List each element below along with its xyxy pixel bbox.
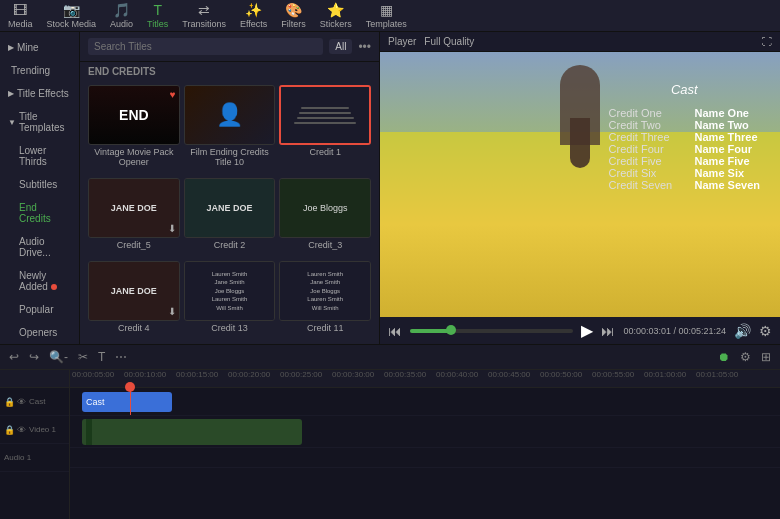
thumb-multi-text: Lauren SmithJane SmithJoe BloggsLauren S… [307,270,343,312]
sidebar-item-end-credits[interactable]: End Credits [0,196,79,230]
track-icons-video: 🔒 👁 [4,425,26,435]
panel-more-button[interactable]: ••• [358,40,371,54]
sidebar-item-lower-thirds[interactable]: Lower Thirds [0,139,79,173]
topbar-item-stock[interactable]: 📷Stock Media [47,2,97,29]
topbar-item-templates[interactable]: ▦Templates [366,2,407,29]
sidebar-item-openers[interactable]: Openers [0,321,79,344]
section-label: END CREDITS [80,62,379,81]
sidebar-item-newly-added[interactable]: Newly Added [0,264,79,298]
ruler-spacer [0,370,69,388]
template-dl-t7[interactable]: ⬇ [168,306,176,317]
topbar-item-media[interactable]: 🎞Media [8,2,33,29]
track-video [70,416,780,448]
template-card-t2[interactable]: 👤 Film Ending Credits Title 10 [184,85,276,174]
video-clip[interactable] [82,419,302,445]
topbar-item-titles[interactable]: TTitles [147,2,168,29]
credit-name: Name Two [695,119,749,131]
topbar-item-effects[interactable]: ✨Effects [240,2,267,29]
volume-button[interactable]: 🔊 [734,323,751,339]
thumb-multi-text: Lauren SmithJane SmithJoe BloggsLauren S… [212,270,248,312]
credit-row-credit-four: Credit Four Name Four [609,143,760,155]
video-lock-icon[interactable]: 🔒 [4,425,15,435]
sidebar-item-trending[interactable]: Trending [0,59,79,82]
sidebar-label-subtitles: Subtitles [19,179,57,190]
topbar-item-audio[interactable]: 🎵Audio [110,2,133,29]
topbar-item-stickers[interactable]: ⭐Stickers [320,2,352,29]
credit-name: Name Three [695,131,758,143]
template-card-t6[interactable]: Joe Bloggs Credit_3 [279,178,371,257]
progress-thumb [446,325,456,335]
preview-controls: ⏮ ▶ ⏭ 00:00:03:01 / 00:05:21:24 🔊 ⚙ [380,317,780,344]
tl-settings-button[interactable]: ⚙ [737,348,754,366]
template-card-t1[interactable]: END ♥ Vintage Movie Pack Opener [88,85,180,174]
sidebar-item-audio-drive[interactable]: Audio Drive... [0,230,79,264]
tl-trim-button[interactable]: T [95,348,108,366]
timeline-content: 🔒 👁 Cast 🔒 👁 Video 1 Audio 1 [0,370,780,519]
skip-forward-button[interactable]: ⏭ [601,323,615,339]
credit-label: Credit Five [609,155,679,167]
sidebar-item-mine[interactable]: ▶Mine [0,36,79,59]
template-card-t4[interactable]: JANE DOE ⬇ Credit_5 [88,178,180,257]
template-name-t9: Credit 11 [279,323,371,333]
settings-button[interactable]: ⚙ [759,323,772,339]
playhead[interactable] [130,388,131,415]
eye-icon[interactable]: 👁 [17,397,26,407]
template-name-t5: Credit 2 [184,240,276,250]
track-icons: 🔒 👁 [4,397,26,407]
preview-video: Cast Credit One Name One Credit Two Name… [380,52,780,317]
template-thumb-t6: Joe Bloggs [279,178,371,238]
sidebar-item-subtitles[interactable]: Subtitles [0,173,79,196]
tl-record-button[interactable]: ⏺ [715,348,733,366]
template-name-t3: Credit 1 [279,147,371,157]
credit-name: Name Six [695,167,745,179]
template-card-t3[interactable]: Credit 1 [279,85,371,174]
credit-label: Credit One [609,107,679,119]
search-input[interactable] [88,38,323,55]
video-thumb-bar [86,419,92,445]
sidebar-label-popular: Popular [19,304,53,315]
progress-bar[interactable] [410,329,573,333]
template-card-t7[interactable]: JANE DOE ⬇ Credit 4 [88,261,180,340]
template-card-t8[interactable]: Lauren SmithJane SmithJoe BloggsLauren S… [184,261,276,340]
sidebar-label-trending: Trending [11,65,50,76]
sidebar-item-title-effects[interactable]: ▶Title Effects [0,82,79,105]
ruler-tick-10: 00:00:55:00 [592,370,634,379]
preview-bg: Cast Credit One Name One Credit Two Name… [380,52,780,317]
ruler-tick-1: 00:00:10:00 [124,370,166,379]
filter-button[interactable]: All [329,39,352,54]
lock-icon[interactable]: 🔒 [4,397,15,407]
fullscreen-button[interactable]: ⛶ [762,36,772,47]
tl-zoom-out-button[interactable]: 🔍- [46,348,71,366]
ruler-tick-7: 00:00:40:00 [436,370,478,379]
template-thumb-t7: JANE DOE ⬇ [88,261,180,321]
topbar-item-filters[interactable]: 🎨Filters [281,2,306,29]
template-name-t4: Credit_5 [88,240,180,250]
video-eye-icon[interactable]: 👁 [17,425,26,435]
sidebar-label-lower-thirds: Lower Thirds [19,145,71,167]
sidebar-item-popular[interactable]: Popular [0,298,79,321]
sidebar-item-title-templates[interactable]: ▼Title Templates [0,105,79,139]
template-dl-t4[interactable]: ⬇ [168,223,176,234]
credit-row-credit-two: Credit Two Name Two [609,119,760,131]
tl-redo-button[interactable]: ↪ [26,348,42,366]
cast-clip[interactable]: Cast [82,392,172,412]
tl-layout-button[interactable]: ⊞ [758,348,774,366]
play-button[interactable]: ▶ [581,321,593,340]
template-heart-t1[interactable]: ♥ [170,89,176,100]
thumb-jane-text: JANE DOE [111,286,157,296]
template-card-t9[interactable]: Lauren SmithJane SmithJoe BloggsLauren S… [279,261,371,340]
topbar-item-transitions[interactable]: ⇄Transitions [182,2,226,29]
template-name-t1: Vintage Movie Pack Opener [88,147,180,167]
credits-overlay: Cast Credit One Name One Credit Two Name… [609,82,760,191]
track-text: Cast [70,388,780,416]
template-thumb-t3 [279,85,371,145]
skip-back-button[interactable]: ⏮ [388,323,402,339]
sidebar-label-mine: Mine [17,42,39,53]
quality-select[interactable]: Full Quality [424,36,474,47]
timeline-toolbar: ↩ ↪ 🔍- ✂ T ⋯ ⏺ ⚙ ⊞ [0,345,780,370]
tl-more-button[interactable]: ⋯ [112,348,130,366]
tl-undo-button[interactable]: ↩ [6,348,22,366]
template-card-t5[interactable]: JANE DOE Credit 2 [184,178,276,257]
tl-split-button[interactable]: ✂ [75,348,91,366]
ruler-tick-3: 00:00:20:00 [228,370,270,379]
